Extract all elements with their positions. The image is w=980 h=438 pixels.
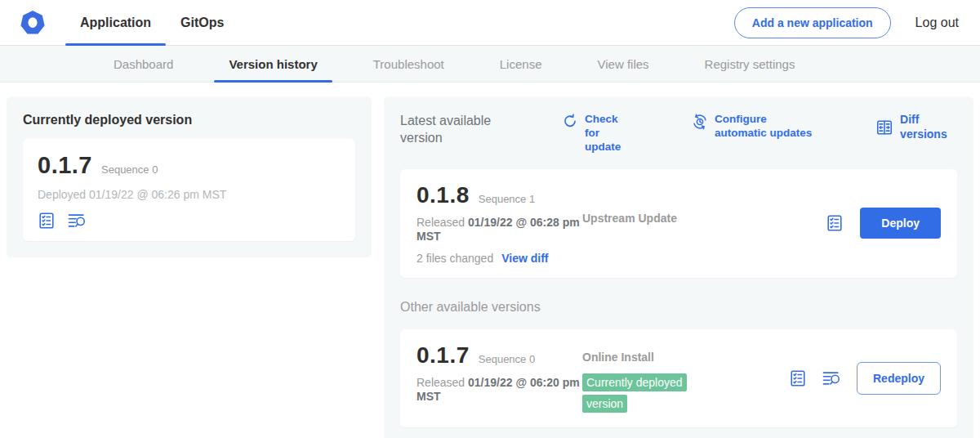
subnav-item-registry-settings[interactable]: Registry settings xyxy=(677,46,823,82)
files-changed-label: 2 files changed xyxy=(416,252,493,265)
deploy-logs-icon[interactable] xyxy=(822,369,842,387)
tab-application[interactable]: Application xyxy=(80,0,151,45)
subnav-item-troubleshoot[interactable]: Troubleshoot xyxy=(345,46,472,82)
auto-update-clock-icon xyxy=(692,114,708,130)
latest-available-heading: Latest available version xyxy=(400,113,508,147)
app-tabs: Application GitOps xyxy=(80,0,224,45)
configure-automatic-updates-label: Configure automatic updates xyxy=(715,113,817,141)
main-content: Currently deployed version 0.1.7 Sequenc… xyxy=(0,83,980,438)
preflight-checklist-icon[interactable] xyxy=(38,212,56,230)
other-available-versions-heading: Other available versions xyxy=(400,300,957,315)
currently-deployed-panel: Currently deployed version 0.1.7 Sequenc… xyxy=(7,96,372,257)
kots-logo-icon xyxy=(20,10,46,36)
redeploy-button[interactable]: Redeploy xyxy=(857,362,941,395)
version-actions: Check for update Configure automat xyxy=(562,113,957,154)
current-sequence-label: Sequence 0 xyxy=(101,163,158,176)
latest-version-card: 0.1.8 Sequence 1 Released 01/19/22 @ 06:… xyxy=(400,169,957,278)
diff-versions-label: Diff versions xyxy=(900,113,957,141)
preflight-checklist-icon[interactable] xyxy=(826,214,844,232)
app-subnav: Dashboard Version history Troubleshoot L… xyxy=(0,46,980,83)
other-version-number: 0.1.7 xyxy=(416,342,470,369)
subnav-item-version-history[interactable]: Version history xyxy=(201,46,345,82)
subnav-item-dashboard[interactable]: Dashboard xyxy=(86,46,201,82)
other-version-card: 0.1.7 Sequence 0 Released 01/19/22 @ 06:… xyxy=(400,329,957,428)
tab-gitops[interactable]: GitOps xyxy=(180,0,224,45)
refresh-icon xyxy=(562,114,578,130)
topnav-right: Add a new application Log out xyxy=(734,7,959,38)
log-out-link[interactable]: Log out xyxy=(915,16,959,30)
diff-versions-icon xyxy=(875,118,893,136)
subnav-item-license[interactable]: License xyxy=(472,46,570,82)
current-version-card: 0.1.7 Sequence 0 Deployed 01/19/22 @ 06:… xyxy=(23,139,355,241)
deploy-logs-icon[interactable] xyxy=(67,212,87,230)
latest-version-number: 0.1.8 xyxy=(416,182,470,208)
current-version-number: 0.1.7 xyxy=(38,152,92,179)
other-sequence-label: Sequence 0 xyxy=(479,353,535,365)
latest-released-timestamp: Released 01/19/22 @ 06:28 pm MST xyxy=(416,216,582,244)
currently-deployed-badge: Currently deployed version xyxy=(582,373,687,413)
latest-sequence-label: Sequence 1 xyxy=(479,193,535,205)
deploy-button[interactable]: Deploy xyxy=(860,208,941,239)
deployed-timestamp: Deployed 01/19/22 @ 06:26 pm MST xyxy=(38,188,341,201)
top-navbar: Application GitOps Add a new application… xyxy=(0,0,980,46)
other-released-timestamp: Released 01/19/22 @ 06:20 pm MST xyxy=(416,376,582,404)
diff-versions-button[interactable]: Diff versions xyxy=(875,113,957,141)
configure-automatic-updates-button[interactable]: Configure automatic updates xyxy=(692,113,817,141)
other-source-label: Online Install xyxy=(582,351,654,364)
check-for-update-label: Check for update xyxy=(585,113,633,154)
available-versions-panel: Latest available version Check for updat… xyxy=(384,96,973,438)
preflight-checklist-icon[interactable] xyxy=(789,369,807,387)
currently-deployed-heading: Currently deployed version xyxy=(23,113,355,127)
view-diff-link[interactable]: View diff xyxy=(501,252,548,265)
latest-source-label: Upstream Update xyxy=(582,212,677,225)
add-new-application-button[interactable]: Add a new application xyxy=(734,7,891,38)
check-for-update-button[interactable]: Check for update xyxy=(562,113,633,154)
subnav-item-view-files[interactable]: View files xyxy=(569,46,676,82)
